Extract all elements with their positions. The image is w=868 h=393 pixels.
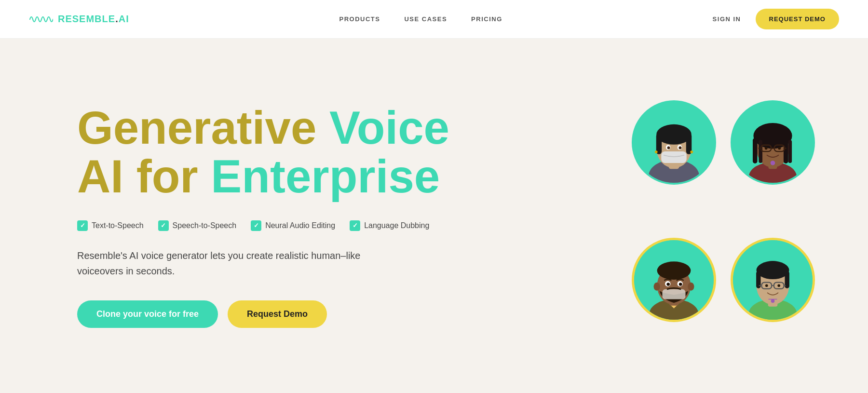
svg-point-41 xyxy=(679,283,682,286)
title-ai: AI for xyxy=(77,150,211,202)
hero-content: Generative Voice AI for Enterprise ✓ Tex… xyxy=(77,104,511,328)
check-tts-icon: ✓ xyxy=(77,220,88,231)
features-row: ✓ Text-to-Speech ✓ Speech-to-Speech ✓ Ne… xyxy=(77,220,511,231)
nav-pricing[interactable]: PRICING xyxy=(471,15,502,23)
svg-point-35 xyxy=(657,261,691,280)
nav-use-cases[interactable]: USE CASES xyxy=(404,15,447,23)
avatar-3-illustration xyxy=(634,238,714,322)
feature-ld-label: Language Dubbing xyxy=(364,221,429,230)
avatar-1 xyxy=(632,100,716,185)
svg-point-10 xyxy=(679,146,682,149)
nav-right: SIGN IN REQUEST DEMO xyxy=(713,9,839,29)
check-nae-icon: ✓ xyxy=(251,220,261,231)
nav-links: PRODUCTS USE CASES PRICING xyxy=(339,15,502,23)
navbar: RESEMBLE.AI PRODUCTS USE CASES PRICING S… xyxy=(0,0,868,39)
check-ld-icon: ✓ xyxy=(350,220,360,231)
clone-voice-button[interactable]: Clone your voice for free xyxy=(77,300,218,328)
avatar-3 xyxy=(632,238,716,322)
svg-rect-20 xyxy=(759,140,762,163)
logo-text: RESEMBLE.AI xyxy=(58,14,129,25)
svg-point-30 xyxy=(771,161,775,165)
feature-tts: ✓ Text-to-Speech xyxy=(77,220,144,231)
logo-wave-icon xyxy=(29,13,53,26)
cta-row: Clone your voice for free Request Demo xyxy=(77,300,511,328)
svg-point-13 xyxy=(690,150,693,153)
avatar-2-illustration xyxy=(732,100,813,185)
feature-ld: ✓ Language Dubbing xyxy=(350,220,429,231)
svg-rect-42 xyxy=(662,289,685,299)
request-demo-hero-button[interactable]: Request Demo xyxy=(228,300,327,328)
svg-rect-19 xyxy=(753,138,758,163)
avatar-4 xyxy=(731,238,815,322)
svg-point-56 xyxy=(765,284,768,287)
check-sts-icon: ✓ xyxy=(158,220,169,231)
feature-sts-label: Speech-to-Speech xyxy=(173,221,237,230)
svg-point-37 xyxy=(688,282,694,290)
svg-point-57 xyxy=(777,284,780,287)
avatar-4-illustration xyxy=(733,238,813,322)
svg-point-9 xyxy=(667,146,670,149)
title-enterprise: Enterprise xyxy=(211,150,440,202)
feature-tts-label: Text-to-Speech xyxy=(92,221,144,230)
svg-point-40 xyxy=(666,283,670,286)
hero-description: Resemble's AI voice generator lets you c… xyxy=(77,248,366,279)
avatar-grid xyxy=(617,91,820,341)
svg-point-29 xyxy=(778,147,781,149)
avatar-1-illustration xyxy=(634,100,714,185)
logo[interactable]: RESEMBLE.AI xyxy=(29,13,129,26)
avatar-2 xyxy=(731,100,815,185)
svg-rect-11 xyxy=(661,151,686,163)
hero-title: Generative Voice AI for Enterprise xyxy=(77,104,511,201)
feature-sts: ✓ Speech-to-Speech xyxy=(158,220,237,231)
hero-section: Generative Voice AI for Enterprise ✓ Tex… xyxy=(0,39,868,393)
feature-nae-label: Neural Audio Editing xyxy=(265,221,335,230)
svg-point-48 xyxy=(765,261,781,272)
sign-in-link[interactable]: SIGN IN xyxy=(713,15,741,23)
nav-products[interactable]: PRODUCTS xyxy=(339,15,380,23)
title-voice: Voice xyxy=(329,102,449,153)
svg-point-12 xyxy=(655,150,658,153)
avatar-cluster xyxy=(617,91,820,341)
svg-point-58 xyxy=(771,299,775,303)
title-generative: Generative xyxy=(77,102,329,153)
svg-rect-22 xyxy=(788,140,792,163)
request-demo-button[interactable]: REQUEST DEMO xyxy=(756,9,839,29)
svg-point-28 xyxy=(765,147,768,149)
svg-point-36 xyxy=(654,282,660,290)
feature-nae: ✓ Neural Audio Editing xyxy=(251,220,335,231)
